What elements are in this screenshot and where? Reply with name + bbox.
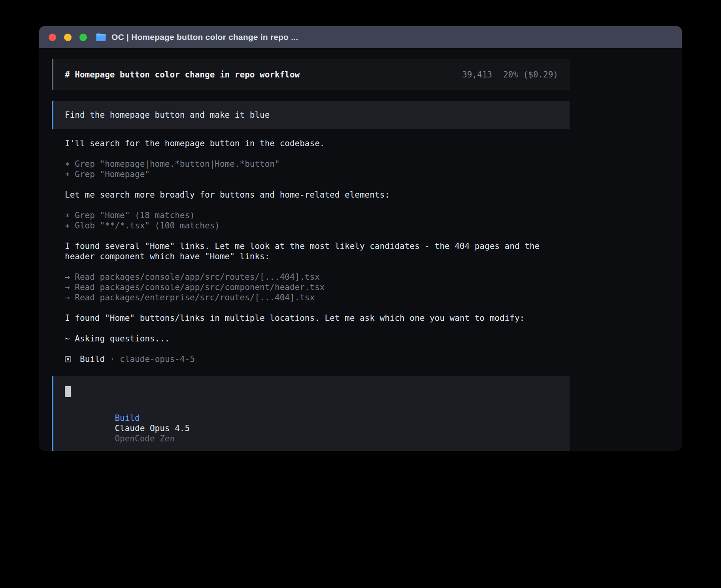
text-cursor [65, 386, 71, 397]
session-stats: 39,413 20% ($0.29) [462, 70, 558, 80]
tool-call-grep: ∗ Grep "Home" (18 matches) [65, 210, 570, 220]
tool-call-read: → Read packages/enterprise/src/routes/[.… [65, 292, 570, 303]
tool-call-grep: ∗ Grep "homepage|home.*button|Home.*butt… [65, 159, 570, 169]
session-title: # Homepage button color change in repo w… [65, 70, 300, 80]
user-message-text: Find the homepage button and make it blu… [65, 110, 270, 120]
tool-call-grep: ∗ Grep "Homepage" [65, 169, 570, 179]
tool-call-read: → Read packages/console/app/src/routes/[… [65, 272, 570, 282]
prompt-input[interactable]: Build Claude Opus 4.5 OpenCode Zen [52, 376, 570, 451]
traffic-lights [49, 34, 87, 41]
agent-separator: · [105, 354, 120, 364]
agent-model: claude-opus-4-5 [120, 354, 195, 364]
model-label: Claude Opus 4.5 [115, 424, 190, 433]
folder-icon [96, 33, 106, 41]
context-percent-cost: 20% ($0.29) [503, 70, 558, 80]
window-titlebar: OC | Homepage button color change in rep… [39, 26, 682, 48]
assistant-text: I found several "Home" links. Let me loo… [65, 241, 570, 262]
terminal-window: OC | Homepage button color change in rep… [39, 26, 682, 451]
close-button[interactable] [49, 34, 56, 41]
tool-call-read: → Read packages/console/app/src/componen… [65, 282, 570, 292]
window-title: OC | Homepage button color change in rep… [111, 32, 298, 42]
provider-label: OpenCode Zen [115, 434, 175, 443]
agent-status-line: Build · claude-opus-4-5 [65, 354, 570, 364]
mode-label: Build [115, 413, 140, 423]
assistant-text: I found "Home" buttons/links in multiple… [65, 313, 570, 323]
assistant-text: Let me search more broadly for buttons a… [65, 190, 570, 200]
assistant-text: I'll search for the homepage button in t… [65, 138, 570, 149]
input-status-line: Build Claude Opus 4.5 OpenCode Zen [65, 403, 558, 451]
agent-name: Build [80, 354, 105, 364]
user-message: Find the homepage button and make it blu… [52, 101, 570, 129]
minimize-button[interactable] [64, 34, 72, 41]
zoom-button[interactable] [79, 34, 87, 41]
session-header: # Homepage button color change in repo w… [52, 59, 570, 90]
terminal-content: # Homepage button color change in repo w… [39, 48, 682, 451]
agent-icon [65, 356, 71, 362]
token-count: 39,413 [462, 70, 492, 80]
asking-questions-status: ~ Asking questions... [65, 334, 570, 344]
tool-call-glob: ∗ Glob "**/*.tsx" (100 matches) [65, 220, 570, 231]
